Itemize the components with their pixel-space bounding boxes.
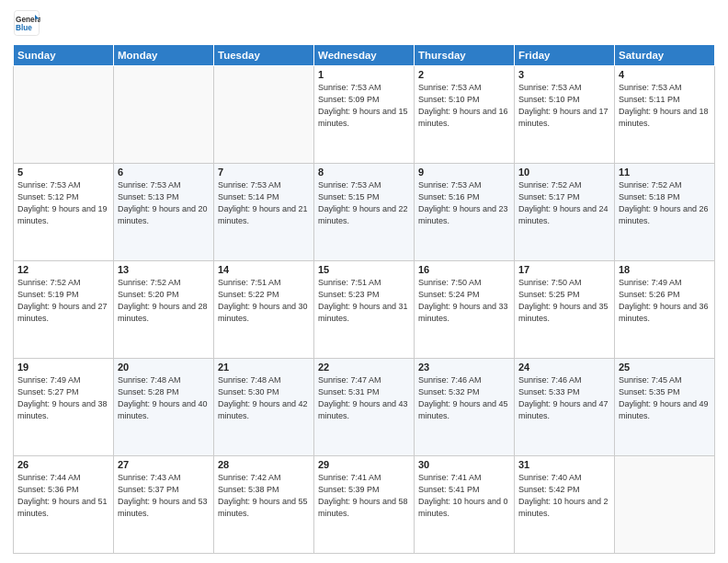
day-cell: 24 Sunrise: 7:46 AMSunset: 5:33 PMDaylig… (515, 359, 615, 456)
header-sunday: Sunday (14, 45, 114, 66)
day-cell: 19 Sunrise: 7:49 AMSunset: 5:27 PMDaylig… (14, 359, 114, 456)
header-friday: Friday (515, 45, 615, 66)
day-detail: Sunrise: 7:46 AMSunset: 5:32 PMDaylight:… (418, 374, 510, 422)
day-detail: Sunrise: 7:45 AMSunset: 5:35 PMDaylight:… (619, 374, 711, 422)
day-cell (114, 66, 214, 164)
day-cell: 5 Sunrise: 7:53 AMSunset: 5:12 PMDayligh… (14, 164, 114, 261)
day-cell: 16 Sunrise: 7:50 AMSunset: 5:24 PMDaylig… (415, 261, 515, 359)
day-number: 1 (318, 69, 410, 80)
day-detail: Sunrise: 7:51 AMSunset: 5:23 PMDaylight:… (318, 277, 410, 325)
day-detail: Sunrise: 7:44 AMSunset: 5:36 PMDaylight:… (17, 472, 109, 520)
day-number: 12 (17, 264, 109, 275)
day-cell: 2 Sunrise: 7:53 AMSunset: 5:10 PMDayligh… (415, 66, 515, 164)
day-cell: 23 Sunrise: 7:46 AMSunset: 5:32 PMDaylig… (415, 359, 515, 456)
day-number: 25 (619, 362, 711, 373)
day-detail: Sunrise: 7:48 AMSunset: 5:28 PMDaylight:… (118, 374, 210, 422)
day-number: 28 (218, 459, 310, 470)
day-cell: 9 Sunrise: 7:53 AMSunset: 5:16 PMDayligh… (415, 164, 515, 261)
day-cell: 26 Sunrise: 7:44 AMSunset: 5:36 PMDaylig… (14, 456, 114, 554)
day-number: 31 (518, 459, 610, 470)
day-detail: Sunrise: 7:41 AMSunset: 5:39 PMDaylight:… (318, 472, 410, 520)
day-cell: 25 Sunrise: 7:45 AMSunset: 5:35 PMDaylig… (615, 359, 715, 456)
day-cell: 28 Sunrise: 7:42 AMSunset: 5:38 PMDaylig… (214, 456, 314, 554)
day-detail: Sunrise: 7:53 AMSunset: 5:14 PMDaylight:… (218, 179, 310, 227)
day-detail: Sunrise: 7:49 AMSunset: 5:26 PMDaylight:… (619, 277, 711, 325)
day-number: 14 (218, 264, 310, 275)
day-number: 17 (518, 264, 610, 275)
day-number: 2 (418, 69, 510, 80)
svg-text:Blue: Blue (16, 24, 32, 32)
day-detail: Sunrise: 7:51 AMSunset: 5:22 PMDaylight:… (218, 277, 310, 325)
day-number: 23 (418, 362, 510, 373)
day-cell: 29 Sunrise: 7:41 AMSunset: 5:39 PMDaylig… (314, 456, 415, 554)
day-detail: Sunrise: 7:49 AMSunset: 5:27 PMDaylight:… (17, 374, 109, 422)
day-cell: 1 Sunrise: 7:53 AMSunset: 5:09 PMDayligh… (314, 66, 415, 164)
day-number: 8 (318, 167, 410, 178)
day-cell: 8 Sunrise: 7:53 AMSunset: 5:15 PMDayligh… (314, 164, 415, 261)
day-number: 15 (318, 264, 410, 275)
day-number: 6 (118, 167, 210, 178)
day-number: 5 (17, 167, 109, 178)
day-cell: 4 Sunrise: 7:53 AMSunset: 5:11 PMDayligh… (615, 66, 715, 164)
day-cell: 18 Sunrise: 7:49 AMSunset: 5:26 PMDaylig… (615, 261, 715, 359)
day-number: 16 (418, 264, 510, 275)
day-number: 30 (418, 459, 510, 470)
day-cell: 30 Sunrise: 7:41 AMSunset: 5:41 PMDaylig… (415, 456, 515, 554)
header-monday: Monday (114, 45, 214, 66)
day-cell: 27 Sunrise: 7:43 AMSunset: 5:37 PMDaylig… (114, 456, 214, 554)
svg-text:General: General (16, 16, 40, 24)
day-detail: Sunrise: 7:52 AMSunset: 5:18 PMDaylight:… (619, 179, 711, 227)
day-detail: Sunrise: 7:53 AMSunset: 5:16 PMDaylight:… (418, 179, 510, 227)
day-detail: Sunrise: 7:47 AMSunset: 5:31 PMDaylight:… (318, 374, 410, 422)
day-detail: Sunrise: 7:41 AMSunset: 5:41 PMDaylight:… (418, 472, 510, 520)
day-number: 18 (619, 264, 711, 275)
day-number: 22 (318, 362, 410, 373)
day-detail: Sunrise: 7:53 AMSunset: 5:15 PMDaylight:… (318, 179, 410, 227)
day-number: 7 (218, 167, 310, 178)
day-detail: Sunrise: 7:50 AMSunset: 5:24 PMDaylight:… (418, 277, 510, 325)
day-cell: 11 Sunrise: 7:52 AMSunset: 5:18 PMDaylig… (615, 164, 715, 261)
day-cell: 7 Sunrise: 7:53 AMSunset: 5:14 PMDayligh… (214, 164, 314, 261)
day-detail: Sunrise: 7:40 AMSunset: 5:42 PMDaylight:… (518, 472, 610, 520)
day-cell: 22 Sunrise: 7:47 AMSunset: 5:31 PMDaylig… (314, 359, 415, 456)
day-cell (14, 66, 114, 164)
day-number: 26 (17, 459, 109, 470)
day-number: 3 (518, 69, 610, 80)
logo: General Blue (13, 9, 44, 37)
header-saturday: Saturday (615, 45, 715, 66)
day-cell: 20 Sunrise: 7:48 AMSunset: 5:28 PMDaylig… (114, 359, 214, 456)
header-thursday: Thursday (415, 45, 515, 66)
day-detail: Sunrise: 7:52 AMSunset: 5:20 PMDaylight:… (118, 277, 210, 325)
logo-icon: General Blue (13, 9, 40, 37)
calendar-header-row: SundayMondayTuesdayWednesdayThursdayFrid… (14, 45, 715, 66)
day-number: 13 (118, 264, 210, 275)
day-detail: Sunrise: 7:52 AMSunset: 5:17 PMDaylight:… (518, 179, 610, 227)
week-row-4: 26 Sunrise: 7:44 AMSunset: 5:36 PMDaylig… (14, 456, 715, 554)
day-number: 11 (619, 167, 711, 178)
day-cell: 12 Sunrise: 7:52 AMSunset: 5:19 PMDaylig… (14, 261, 114, 359)
day-detail: Sunrise: 7:43 AMSunset: 5:37 PMDaylight:… (118, 472, 210, 520)
header-tuesday: Tuesday (214, 45, 314, 66)
day-number: 21 (218, 362, 310, 373)
day-cell: 13 Sunrise: 7:52 AMSunset: 5:20 PMDaylig… (114, 261, 214, 359)
calendar-table: SundayMondayTuesdayWednesdayThursdayFrid… (13, 44, 715, 554)
week-row-3: 19 Sunrise: 7:49 AMSunset: 5:27 PMDaylig… (14, 359, 715, 456)
day-number: 20 (118, 362, 210, 373)
day-cell: 15 Sunrise: 7:51 AMSunset: 5:23 PMDaylig… (314, 261, 415, 359)
day-cell: 6 Sunrise: 7:53 AMSunset: 5:13 PMDayligh… (114, 164, 214, 261)
day-number: 27 (118, 459, 210, 470)
day-number: 19 (17, 362, 109, 373)
day-cell: 14 Sunrise: 7:51 AMSunset: 5:22 PMDaylig… (214, 261, 314, 359)
day-number: 29 (318, 459, 410, 470)
day-cell: 17 Sunrise: 7:50 AMSunset: 5:25 PMDaylig… (515, 261, 615, 359)
day-detail: Sunrise: 7:53 AMSunset: 5:12 PMDaylight:… (17, 179, 109, 227)
day-detail: Sunrise: 7:42 AMSunset: 5:38 PMDaylight:… (218, 472, 310, 520)
day-detail: Sunrise: 7:52 AMSunset: 5:19 PMDaylight:… (17, 277, 109, 325)
day-detail: Sunrise: 7:53 AMSunset: 5:11 PMDaylight:… (619, 82, 711, 130)
day-detail: Sunrise: 7:53 AMSunset: 5:10 PMDaylight:… (418, 82, 510, 130)
day-number: 4 (619, 69, 711, 80)
day-number: 9 (418, 167, 510, 178)
day-cell (615, 456, 715, 554)
day-detail: Sunrise: 7:48 AMSunset: 5:30 PMDaylight:… (218, 374, 310, 422)
week-row-2: 12 Sunrise: 7:52 AMSunset: 5:19 PMDaylig… (14, 261, 715, 359)
